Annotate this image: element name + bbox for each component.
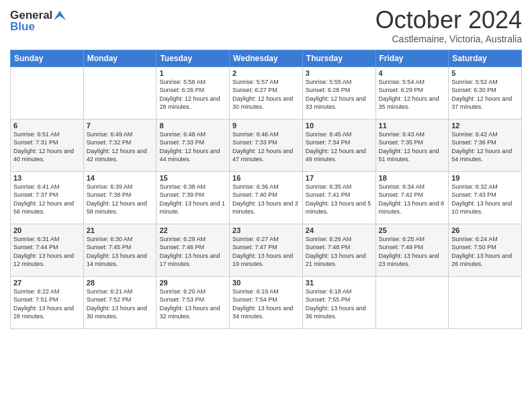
day-detail: Sunrise: 5:58 AM Sunset: 6:26 PM Dayligh… [159, 78, 226, 111]
day-detail: Sunrise: 6:31 AM Sunset: 7:44 PM Dayligh… [13, 235, 81, 269]
day-number: 2 [232, 69, 300, 77]
day-detail: Sunrise: 6:35 AM Sunset: 7:41 PM Dayligh… [306, 183, 373, 216]
day-detail: Sunrise: 6:41 AM Sunset: 7:37 PM Dayligh… [13, 183, 81, 216]
day-detail: Sunrise: 6:19 AM Sunset: 7:54 PM Dayligh… [232, 287, 300, 321]
day-cell: 15Sunrise: 6:38 AM Sunset: 7:39 PM Dayli… [157, 171, 230, 224]
day-detail: Sunrise: 6:49 AM Sunset: 7:32 PM Dayligh… [87, 130, 154, 164]
day-cell: 10Sunrise: 6:45 AM Sunset: 7:34 PM Dayli… [302, 119, 375, 171]
day-number: 31 [306, 279, 373, 287]
day-cell: 1Sunrise: 5:58 AM Sunset: 6:26 PM Daylig… [157, 66, 230, 119]
day-detail: Sunrise: 6:39 AM Sunset: 7:38 PM Dayligh… [87, 183, 154, 216]
day-detail: Sunrise: 6:51 AM Sunset: 7:31 PM Dayligh… [13, 130, 81, 164]
day-cell: 19Sunrise: 6:32 AM Sunset: 7:43 PM Dayli… [449, 171, 522, 224]
day-number: 21 [87, 226, 154, 234]
day-detail: Sunrise: 5:55 AM Sunset: 6:28 PM Dayligh… [306, 78, 373, 111]
day-detail: Sunrise: 6:32 AM Sunset: 7:43 PM Dayligh… [451, 183, 519, 216]
day-cell: 24Sunrise: 6:26 AM Sunset: 7:48 PM Dayli… [302, 224, 375, 276]
logo-bird-icon [52, 9, 67, 21]
month-title: October 2024 [375, 7, 522, 34]
day-number: 10 [306, 122, 373, 130]
day-cell: 26Sunrise: 6:24 AM Sunset: 7:50 PM Dayli… [449, 224, 522, 276]
day-cell: 22Sunrise: 6:29 AM Sunset: 7:46 PM Dayli… [157, 224, 230, 276]
day-detail: Sunrise: 6:21 AM Sunset: 7:52 PM Dayligh… [87, 287, 154, 321]
logo-container: General Blue [10, 9, 67, 33]
day-cell: 23Sunrise: 6:27 AM Sunset: 7:47 PM Dayli… [230, 224, 303, 276]
day-number: 8 [159, 122, 226, 130]
col-thursday: Thursday [302, 50, 375, 66]
day-detail: Sunrise: 6:24 AM Sunset: 7:50 PM Dayligh… [451, 235, 519, 269]
day-cell [11, 66, 84, 119]
week-row-3: 13Sunrise: 6:41 AM Sunset: 7:37 PM Dayli… [11, 171, 522, 224]
day-number: 11 [379, 122, 446, 130]
day-detail: Sunrise: 6:27 AM Sunset: 7:47 PM Dayligh… [232, 235, 300, 269]
day-cell: 25Sunrise: 6:25 AM Sunset: 7:49 PM Dayli… [375, 224, 449, 276]
day-cell: 6Sunrise: 6:51 AM Sunset: 7:31 PM Daylig… [11, 119, 84, 171]
day-cell: 3Sunrise: 5:55 AM Sunset: 6:28 PM Daylig… [302, 66, 375, 119]
logo: General Blue [10, 9, 67, 33]
day-number: 25 [379, 226, 446, 234]
day-cell: 4Sunrise: 5:54 AM Sunset: 6:29 PM Daylig… [375, 66, 449, 119]
day-detail: Sunrise: 6:36 AM Sunset: 7:40 PM Dayligh… [232, 183, 300, 216]
day-detail: Sunrise: 6:48 AM Sunset: 7:33 PM Dayligh… [159, 130, 226, 164]
day-number: 24 [306, 226, 373, 234]
subtitle: Castlemaine, Victoria, Australia [375, 34, 522, 44]
header-row: Sunday Monday Tuesday Wednesday Thursday… [11, 50, 522, 66]
day-cell: 28Sunrise: 6:21 AM Sunset: 7:52 PM Dayli… [83, 276, 157, 328]
day-number: 14 [87, 174, 154, 182]
day-number: 23 [232, 226, 300, 234]
day-cell: 17Sunrise: 6:35 AM Sunset: 7:41 PM Dayli… [302, 171, 375, 224]
day-number: 9 [232, 122, 300, 130]
day-number: 18 [379, 174, 446, 182]
day-detail: Sunrise: 6:26 AM Sunset: 7:48 PM Dayligh… [306, 235, 373, 269]
day-cell: 13Sunrise: 6:41 AM Sunset: 7:37 PM Dayli… [11, 171, 84, 224]
svg-marker-0 [54, 11, 66, 20]
day-cell: 29Sunrise: 6:20 AM Sunset: 7:53 PM Dayli… [157, 276, 230, 328]
day-number: 27 [13, 279, 81, 287]
header: General Blue October 2024 Castlemaine, V… [10, 7, 522, 44]
day-number: 29 [159, 279, 226, 287]
day-cell: 18Sunrise: 6:34 AM Sunset: 7:42 PM Dayli… [375, 171, 449, 224]
col-tuesday: Tuesday [157, 50, 230, 66]
day-cell [375, 276, 449, 328]
day-number: 15 [159, 174, 226, 182]
day-detail: Sunrise: 6:18 AM Sunset: 7:55 PM Dayligh… [306, 287, 373, 321]
day-detail: Sunrise: 6:42 AM Sunset: 7:36 PM Dayligh… [451, 130, 519, 164]
day-detail: Sunrise: 6:46 AM Sunset: 7:33 PM Dayligh… [232, 130, 300, 164]
day-detail: Sunrise: 6:25 AM Sunset: 7:49 PM Dayligh… [379, 235, 446, 269]
day-number: 13 [13, 174, 81, 182]
day-detail: Sunrise: 6:34 AM Sunset: 7:42 PM Dayligh… [379, 183, 446, 216]
day-cell: 16Sunrise: 6:36 AM Sunset: 7:40 PM Dayli… [230, 171, 303, 224]
day-number: 17 [306, 174, 373, 182]
day-detail: Sunrise: 6:20 AM Sunset: 7:53 PM Dayligh… [159, 287, 226, 321]
day-cell [83, 66, 157, 119]
day-detail: Sunrise: 6:22 AM Sunset: 7:51 PM Dayligh… [13, 287, 81, 321]
day-number: 20 [13, 226, 81, 234]
day-number: 19 [451, 174, 519, 182]
day-cell: 31Sunrise: 6:18 AM Sunset: 7:55 PM Dayli… [302, 276, 375, 328]
day-number: 6 [13, 122, 81, 130]
col-sunday: Sunday [11, 50, 84, 66]
day-detail: Sunrise: 6:30 AM Sunset: 7:45 PM Dayligh… [87, 235, 154, 269]
day-detail: Sunrise: 6:38 AM Sunset: 7:39 PM Dayligh… [159, 183, 226, 216]
col-saturday: Saturday [449, 50, 522, 66]
page: General Blue October 2024 Castlemaine, V… [0, 0, 532, 336]
week-row-2: 6Sunrise: 6:51 AM Sunset: 7:31 PM Daylig… [11, 119, 522, 171]
day-cell [449, 276, 522, 328]
day-number: 28 [87, 279, 154, 287]
day-number: 4 [379, 69, 446, 77]
day-detail: Sunrise: 6:45 AM Sunset: 7:34 PM Dayligh… [306, 130, 373, 164]
col-monday: Monday [83, 50, 157, 66]
day-cell: 14Sunrise: 6:39 AM Sunset: 7:38 PM Dayli… [83, 171, 157, 224]
day-number: 16 [232, 174, 300, 182]
day-cell: 8Sunrise: 6:48 AM Sunset: 7:33 PM Daylig… [157, 119, 230, 171]
day-cell: 9Sunrise: 6:46 AM Sunset: 7:33 PM Daylig… [230, 119, 303, 171]
day-cell: 11Sunrise: 6:43 AM Sunset: 7:35 PM Dayli… [375, 119, 449, 171]
calendar-table: Sunday Monday Tuesday Wednesday Thursday… [10, 50, 522, 329]
day-number: 5 [451, 69, 519, 77]
day-number: 7 [87, 122, 154, 130]
day-number: 22 [159, 226, 226, 234]
week-row-4: 20Sunrise: 6:31 AM Sunset: 7:44 PM Dayli… [11, 224, 522, 276]
day-cell: 21Sunrise: 6:30 AM Sunset: 7:45 PM Dayli… [83, 224, 157, 276]
title-block: October 2024 Castlemaine, Victoria, Aust… [375, 7, 522, 44]
day-cell: 12Sunrise: 6:42 AM Sunset: 7:36 PM Dayli… [449, 119, 522, 171]
